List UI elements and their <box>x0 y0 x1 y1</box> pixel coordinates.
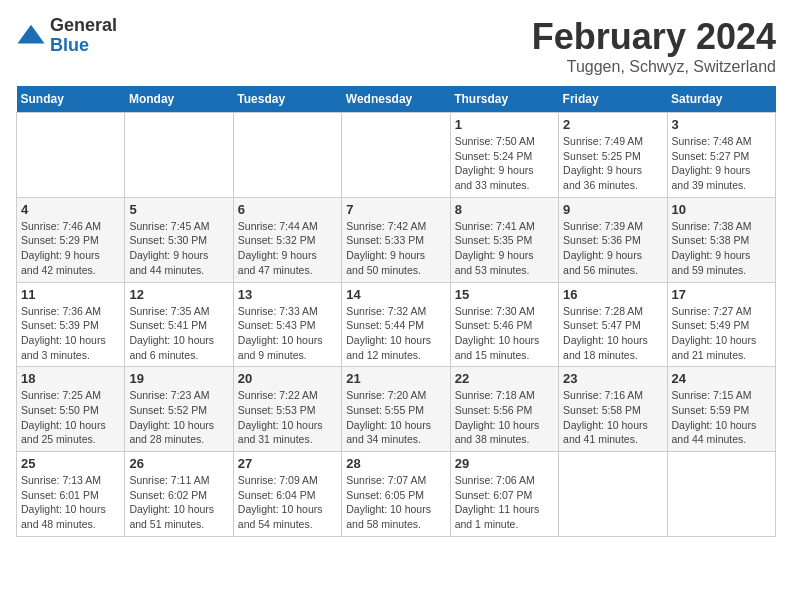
day-number: 5 <box>129 202 228 217</box>
calendar-week-row: 25Sunrise: 7:13 AM Sunset: 6:01 PM Dayli… <box>17 452 776 537</box>
calendar-day-header: Saturday <box>667 86 775 113</box>
day-info: Sunrise: 7:48 AM Sunset: 5:27 PM Dayligh… <box>672 134 771 193</box>
calendar-cell <box>342 113 450 198</box>
calendar-cell: 28Sunrise: 7:07 AM Sunset: 6:05 PM Dayli… <box>342 452 450 537</box>
calendar-week-row: 18Sunrise: 7:25 AM Sunset: 5:50 PM Dayli… <box>17 367 776 452</box>
day-info: Sunrise: 7:44 AM Sunset: 5:32 PM Dayligh… <box>238 219 337 278</box>
calendar-cell: 20Sunrise: 7:22 AM Sunset: 5:53 PM Dayli… <box>233 367 341 452</box>
calendar-cell: 22Sunrise: 7:18 AM Sunset: 5:56 PM Dayli… <box>450 367 558 452</box>
calendar-day-header: Tuesday <box>233 86 341 113</box>
svg-marker-0 <box>18 25 45 44</box>
day-number: 14 <box>346 287 445 302</box>
calendar-day-header: Monday <box>125 86 233 113</box>
calendar-cell: 4Sunrise: 7:46 AM Sunset: 5:29 PM Daylig… <box>17 197 125 282</box>
day-number: 25 <box>21 456 120 471</box>
logo-icon <box>16 21 46 51</box>
logo: General Blue <box>16 16 117 56</box>
day-info: Sunrise: 7:18 AM Sunset: 5:56 PM Dayligh… <box>455 388 554 447</box>
day-number: 7 <box>346 202 445 217</box>
calendar-week-row: 4Sunrise: 7:46 AM Sunset: 5:29 PM Daylig… <box>17 197 776 282</box>
logo-general: General <box>50 16 117 36</box>
day-number: 1 <box>455 117 554 132</box>
calendar-cell: 24Sunrise: 7:15 AM Sunset: 5:59 PM Dayli… <box>667 367 775 452</box>
calendar-cell <box>17 113 125 198</box>
calendar-cell: 23Sunrise: 7:16 AM Sunset: 5:58 PM Dayli… <box>559 367 667 452</box>
day-number: 16 <box>563 287 662 302</box>
day-number: 6 <box>238 202 337 217</box>
day-info: Sunrise: 7:35 AM Sunset: 5:41 PM Dayligh… <box>129 304 228 363</box>
day-info: Sunrise: 7:30 AM Sunset: 5:46 PM Dayligh… <box>455 304 554 363</box>
day-info: Sunrise: 7:46 AM Sunset: 5:29 PM Dayligh… <box>21 219 120 278</box>
day-info: Sunrise: 7:11 AM Sunset: 6:02 PM Dayligh… <box>129 473 228 532</box>
day-number: 2 <box>563 117 662 132</box>
title-area: February 2024 Tuggen, Schwyz, Switzerlan… <box>532 16 776 76</box>
day-info: Sunrise: 7:22 AM Sunset: 5:53 PM Dayligh… <box>238 388 337 447</box>
calendar-week-row: 11Sunrise: 7:36 AM Sunset: 5:39 PM Dayli… <box>17 282 776 367</box>
day-number: 22 <box>455 371 554 386</box>
day-number: 27 <box>238 456 337 471</box>
day-number: 26 <box>129 456 228 471</box>
subtitle: Tuggen, Schwyz, Switzerland <box>532 58 776 76</box>
day-number: 8 <box>455 202 554 217</box>
day-info: Sunrise: 7:36 AM Sunset: 5:39 PM Dayligh… <box>21 304 120 363</box>
day-number: 24 <box>672 371 771 386</box>
day-number: 17 <box>672 287 771 302</box>
day-number: 9 <box>563 202 662 217</box>
day-info: Sunrise: 7:45 AM Sunset: 5:30 PM Dayligh… <box>129 219 228 278</box>
day-info: Sunrise: 7:42 AM Sunset: 5:33 PM Dayligh… <box>346 219 445 278</box>
day-number: 12 <box>129 287 228 302</box>
day-number: 11 <box>21 287 120 302</box>
day-number: 3 <box>672 117 771 132</box>
day-info: Sunrise: 7:32 AM Sunset: 5:44 PM Dayligh… <box>346 304 445 363</box>
calendar-cell: 26Sunrise: 7:11 AM Sunset: 6:02 PM Dayli… <box>125 452 233 537</box>
page-header: General Blue February 2024 Tuggen, Schwy… <box>16 16 776 76</box>
calendar-cell: 25Sunrise: 7:13 AM Sunset: 6:01 PM Dayli… <box>17 452 125 537</box>
day-info: Sunrise: 7:50 AM Sunset: 5:24 PM Dayligh… <box>455 134 554 193</box>
calendar-cell: 6Sunrise: 7:44 AM Sunset: 5:32 PM Daylig… <box>233 197 341 282</box>
day-info: Sunrise: 7:23 AM Sunset: 5:52 PM Dayligh… <box>129 388 228 447</box>
day-info: Sunrise: 7:28 AM Sunset: 5:47 PM Dayligh… <box>563 304 662 363</box>
calendar-cell <box>559 452 667 537</box>
calendar-cell: 11Sunrise: 7:36 AM Sunset: 5:39 PM Dayli… <box>17 282 125 367</box>
calendar-cell: 9Sunrise: 7:39 AM Sunset: 5:36 PM Daylig… <box>559 197 667 282</box>
day-info: Sunrise: 7:15 AM Sunset: 5:59 PM Dayligh… <box>672 388 771 447</box>
calendar-cell: 3Sunrise: 7:48 AM Sunset: 5:27 PM Daylig… <box>667 113 775 198</box>
calendar-day-header: Sunday <box>17 86 125 113</box>
calendar-cell: 29Sunrise: 7:06 AM Sunset: 6:07 PM Dayli… <box>450 452 558 537</box>
calendar-cell: 16Sunrise: 7:28 AM Sunset: 5:47 PM Dayli… <box>559 282 667 367</box>
day-info: Sunrise: 7:25 AM Sunset: 5:50 PM Dayligh… <box>21 388 120 447</box>
calendar-cell <box>667 452 775 537</box>
calendar-table: SundayMondayTuesdayWednesdayThursdayFrid… <box>16 86 776 537</box>
day-info: Sunrise: 7:07 AM Sunset: 6:05 PM Dayligh… <box>346 473 445 532</box>
calendar-cell: 1Sunrise: 7:50 AM Sunset: 5:24 PM Daylig… <box>450 113 558 198</box>
calendar-cell: 18Sunrise: 7:25 AM Sunset: 5:50 PM Dayli… <box>17 367 125 452</box>
calendar-cell: 13Sunrise: 7:33 AM Sunset: 5:43 PM Dayli… <box>233 282 341 367</box>
day-info: Sunrise: 7:49 AM Sunset: 5:25 PM Dayligh… <box>563 134 662 193</box>
calendar-header-row: SundayMondayTuesdayWednesdayThursdayFrid… <box>17 86 776 113</box>
day-info: Sunrise: 7:41 AM Sunset: 5:35 PM Dayligh… <box>455 219 554 278</box>
day-info: Sunrise: 7:20 AM Sunset: 5:55 PM Dayligh… <box>346 388 445 447</box>
day-info: Sunrise: 7:38 AM Sunset: 5:38 PM Dayligh… <box>672 219 771 278</box>
calendar-cell: 21Sunrise: 7:20 AM Sunset: 5:55 PM Dayli… <box>342 367 450 452</box>
day-number: 13 <box>238 287 337 302</box>
calendar-week-row: 1Sunrise: 7:50 AM Sunset: 5:24 PM Daylig… <box>17 113 776 198</box>
calendar-cell: 2Sunrise: 7:49 AM Sunset: 5:25 PM Daylig… <box>559 113 667 198</box>
day-info: Sunrise: 7:06 AM Sunset: 6:07 PM Dayligh… <box>455 473 554 532</box>
day-number: 21 <box>346 371 445 386</box>
day-info: Sunrise: 7:33 AM Sunset: 5:43 PM Dayligh… <box>238 304 337 363</box>
logo-text: General Blue <box>50 16 117 56</box>
day-number: 29 <box>455 456 554 471</box>
day-info: Sunrise: 7:09 AM Sunset: 6:04 PM Dayligh… <box>238 473 337 532</box>
day-info: Sunrise: 7:27 AM Sunset: 5:49 PM Dayligh… <box>672 304 771 363</box>
calendar-cell: 5Sunrise: 7:45 AM Sunset: 5:30 PM Daylig… <box>125 197 233 282</box>
calendar-cell: 27Sunrise: 7:09 AM Sunset: 6:04 PM Dayli… <box>233 452 341 537</box>
calendar-cell: 12Sunrise: 7:35 AM Sunset: 5:41 PM Dayli… <box>125 282 233 367</box>
day-number: 19 <box>129 371 228 386</box>
calendar-day-header: Friday <box>559 86 667 113</box>
calendar-cell: 17Sunrise: 7:27 AM Sunset: 5:49 PM Dayli… <box>667 282 775 367</box>
main-title: February 2024 <box>532 16 776 58</box>
calendar-cell: 19Sunrise: 7:23 AM Sunset: 5:52 PM Dayli… <box>125 367 233 452</box>
calendar-cell: 14Sunrise: 7:32 AM Sunset: 5:44 PM Dayli… <box>342 282 450 367</box>
day-info: Sunrise: 7:16 AM Sunset: 5:58 PM Dayligh… <box>563 388 662 447</box>
logo-blue: Blue <box>50 36 117 56</box>
